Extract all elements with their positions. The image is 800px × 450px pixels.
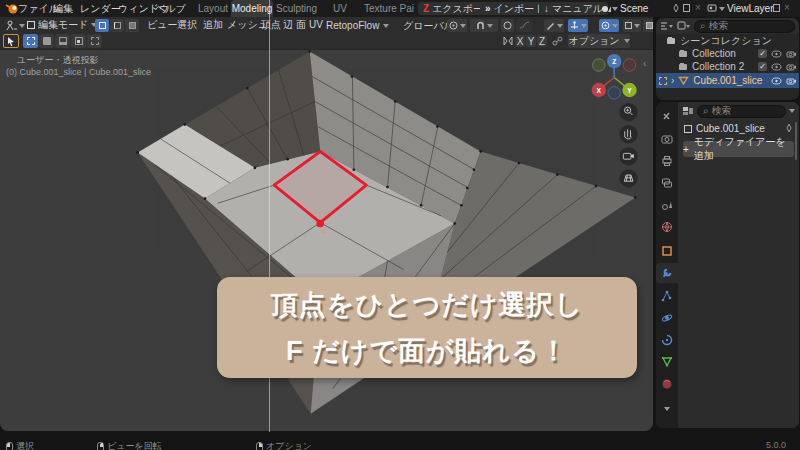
left-mouse-icon [6,442,13,450]
svg-text:Y: Y [627,87,632,94]
eye-icon[interactable] [771,63,782,71]
eye-icon[interactable] [771,77,782,85]
printer-icon [661,155,673,167]
tab-output[interactable] [656,151,678,171]
tab-scene[interactable] [656,195,678,215]
viewlayer-dropdown-caret[interactable] [719,7,725,11]
gizmo-axis-neg-y[interactable] [593,59,605,71]
menu-edit[interactable]: 編集 [53,0,73,17]
tab-render[interactable] [656,129,678,149]
outliner-panel: ⌕ 検索 シーンコレクション Collection ✓ Collection 2… [656,18,799,100]
status-rotate-view: ビューを回転 [97,440,162,450]
scrollbar[interactable] [795,122,797,160]
viewlayer-close-icon[interactable]: × [784,2,790,13]
gizmo-axis-neg-x[interactable] [623,59,635,71]
render-camera-icon [661,133,673,145]
properties-editor-icon[interactable] [682,106,694,116]
download-icon: ↓ [544,2,549,15]
properties-header-caret[interactable] [789,109,795,113]
camera-visibility-icon[interactable] [786,50,797,58]
object-breadcrumb-icon [684,125,692,133]
topbar: ファイル 編集 レンダー ウィンドウ ヘルプ Layout Modeling S… [0,0,800,17]
gizmo-axis-neg-z[interactable] [608,87,620,99]
new-viewlayer-icon[interactable] [773,4,780,12]
breadcrumb: Cube.001_slice [696,123,781,134]
tool-icon [664,113,669,119]
scene-dropdown-caret[interactable] [612,7,618,11]
tab-layout[interactable]: Layout [198,0,228,17]
svg-text:Z: Z [612,58,616,65]
tab-data[interactable] [656,352,678,372]
caption-overlay: 頂点をひとつだけ選択し F だけで面が貼れる！ [217,277,637,378]
tab-world[interactable] [656,217,678,237]
cursor-dot [321,229,325,233]
add-modifier-button[interactable]: + モディファイアーを追加 [683,141,794,157]
svg-text:X: X [597,87,602,94]
search-icon: ⌕ [703,105,709,117]
middle-mouse-icon [97,442,104,450]
right-mouse-icon [256,442,263,450]
world-icon [661,221,673,233]
menu-render[interactable]: レンダー [80,0,121,17]
new-scene-icon[interactable] [683,4,690,12]
collection-icon [678,62,688,71]
camera-visibility-icon[interactable] [786,77,797,85]
status-options: オプション [256,440,312,450]
scene-close-icon[interactable]: × [695,2,701,13]
outliner-row-cube-selected[interactable]: › Cube.001_slice [656,73,799,88]
tabstrip-more-caret[interactable] [664,407,670,411]
scene-icon[interactable] [601,4,612,13]
eye-icon[interactable] [771,50,782,58]
scene-props-icon [661,199,673,211]
tab-particles[interactable] [656,286,678,306]
outliner-search-input[interactable]: ⌕ 検索 [694,20,795,33]
pin-icon[interactable] [785,124,793,133]
camera-visibility-icon[interactable] [786,63,797,71]
blender-window: ファイル 編集 レンダー ウィンドウ ヘルプ Layout Modeling S… [0,0,800,450]
filter-dropdown-icon[interactable] [660,21,673,31]
navigation-gizmo[interactable]: Z X Y [592,54,637,99]
menu-help[interactable]: ヘルプ [155,0,186,17]
tab-texture-paint[interactable]: Texture Paint [364,0,414,17]
expand-chevron-icon[interactable]: › [671,75,674,86]
caption-line-2: F だけで面が貼れる！ [286,328,568,374]
tab-view-layer[interactable] [656,173,678,193]
tab-physics[interactable] [656,308,678,328]
view-mode-label: ユーザー・透視投影 [17,54,98,67]
selected-vertex[interactable] [316,220,324,228]
viewlayer-icon[interactable] [707,4,718,13]
tab-modifiers-active[interactable] [656,263,678,283]
viewport-nav-buttons [619,103,637,188]
mesh-data-icon [661,356,673,368]
pan-button[interactable] [619,125,637,143]
properties-tab-strip [656,102,678,428]
tab-sculpting[interactable]: Sculpting [276,0,316,17]
tab-tool[interactable] [656,106,678,126]
collection-icon [666,36,676,45]
viewlayer-name[interactable]: ViewLayer [727,0,774,17]
search-icon: ⌕ [700,20,706,32]
outliner-row-collection[interactable]: Collection ✓ [656,47,799,60]
properties-panel: ⌕ 検索 Cube.001_slice + モディファイアーを追加 [656,102,799,428]
tab-material[interactable] [656,374,678,394]
material-icon [661,378,673,390]
checkbox-icon[interactable]: ✓ [758,49,767,58]
layers-icon [661,177,673,189]
properties-search-input[interactable]: ⌕ 検索 [697,105,786,118]
manual-button[interactable]: ↓ マニュアル [539,2,608,15]
particles-icon [661,290,673,302]
scene-name[interactable]: Scene [620,0,648,17]
tab-object[interactable] [656,241,678,261]
tab-modeling[interactable]: Modeling [231,0,273,17]
camera-view-button[interactable] [619,147,637,165]
version-label: 5.0.0 [766,440,786,450]
zoom-button[interactable] [619,103,637,121]
blender-logo-icon[interactable] [5,3,19,14]
outliner-row-scene-collection[interactable]: シーンコレクション [656,34,799,47]
outliner-row-collection-2[interactable]: Collection 2 ✓ [656,60,799,73]
pin-icon[interactable] [672,4,680,13]
display-mode-icon[interactable] [677,21,690,31]
object-icon [661,245,673,257]
tab-constraints[interactable] [656,330,678,350]
checkbox-icon[interactable]: ✓ [758,62,767,71]
